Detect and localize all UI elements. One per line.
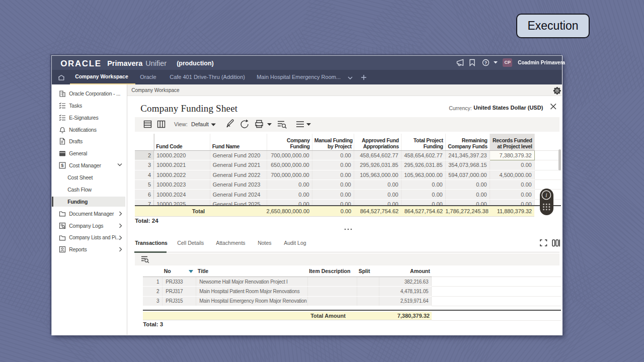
- svg-text:View:: View:: [174, 121, 188, 127]
- svg-text:Default: Default: [191, 121, 209, 127]
- svg-text:i: i: [545, 192, 547, 198]
- svg-text:?: ?: [485, 60, 488, 65]
- svg-text:$: $: [61, 163, 64, 168]
